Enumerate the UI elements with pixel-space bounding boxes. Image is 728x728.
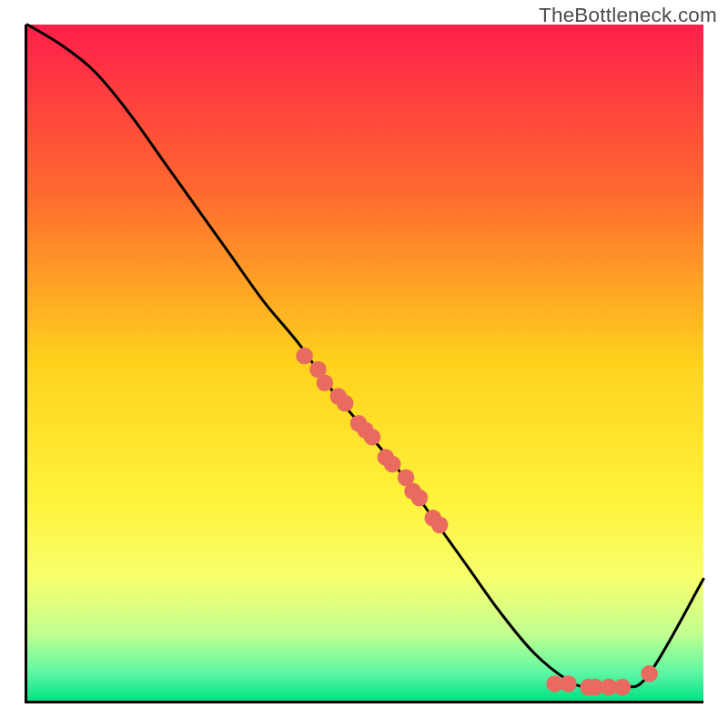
curve-layer [27,25,703,701]
highlight-point [560,675,577,693]
chart-container: TheBottleneck.com [0,0,728,728]
highlight-point [296,348,313,365]
watermark-text: TheBottleneck.com [539,4,717,27]
highlight-point [364,429,381,446]
bottleneck-curve [27,25,703,689]
highlight-point [317,375,334,392]
highlight-point [384,456,401,473]
highlight-point [411,490,429,507]
highlight-point [614,679,632,696]
highlight-point [641,665,658,682]
highlight-point [431,517,449,534]
highlight-point [337,395,354,412]
plot-area [25,25,703,703]
highlight-points [296,348,658,696]
